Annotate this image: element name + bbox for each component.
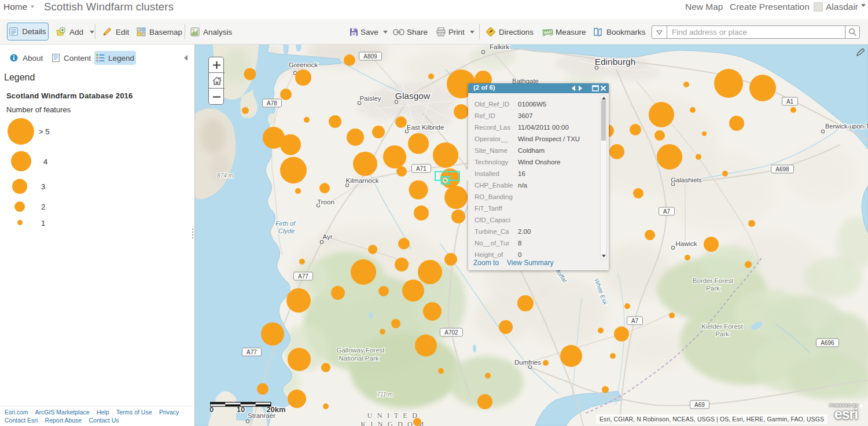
svg-text:A1: A1 (786, 98, 794, 105)
svg-text:A7: A7 (631, 318, 639, 324)
svg-text:Firth of: Firth of (275, 220, 296, 227)
svg-text:Galashiels: Galashiels (671, 177, 702, 183)
svg-text:Clyde: Clyde (278, 227, 295, 234)
svg-text:U N I T E D: U N I T E D (367, 412, 418, 420)
svg-text:A696: A696 (821, 340, 834, 346)
svg-text:Troon: Troon (317, 199, 334, 205)
svg-text:Park: Park (715, 330, 729, 337)
svg-text:A78: A78 (267, 100, 277, 106)
svg-text:A7: A7 (663, 208, 671, 215)
svg-text:Kilmarnock: Kilmarnock (346, 177, 379, 184)
svg-text:A809: A809 (363, 53, 377, 60)
svg-text:East Kilbride: East Kilbride (407, 124, 444, 131)
svg-text:711 m: 711 m (377, 391, 392, 398)
svg-text:874 m: 874 m (217, 172, 233, 179)
svg-text:Ayr: Ayr (322, 233, 332, 240)
svg-text:Paisley: Paisley (359, 95, 381, 102)
svg-text:National Park: National Park (339, 355, 378, 362)
svg-text:Kielder Forest: Kielder Forest (701, 323, 743, 330)
svg-text:Falkirk: Falkirk (490, 45, 509, 50)
svg-text:A77: A77 (247, 349, 257, 355)
svg-text:Berwick-upon-Tw: Berwick-upon-Tw (825, 123, 868, 130)
svg-text:Greenock: Greenock (289, 61, 318, 68)
svg-text:Hawick: Hawick (675, 240, 697, 247)
svg-text:Glasgow: Glasgow (395, 91, 431, 101)
svg-text:Border Forest: Border Forest (693, 277, 734, 284)
svg-text:A77: A77 (298, 273, 308, 280)
svg-text:A698: A698 (775, 166, 789, 172)
svg-text:A71: A71 (416, 166, 426, 172)
svg-text:Edinburgh: Edinburgh (595, 57, 636, 67)
svg-text:Dumfries: Dumfries (514, 359, 541, 366)
svg-text:A702: A702 (444, 329, 458, 336)
svg-text:Park: Park (706, 285, 720, 292)
svg-text:Galloway Forest: Galloway Forest (336, 347, 385, 354)
svg-text:A69: A69 (694, 402, 705, 408)
